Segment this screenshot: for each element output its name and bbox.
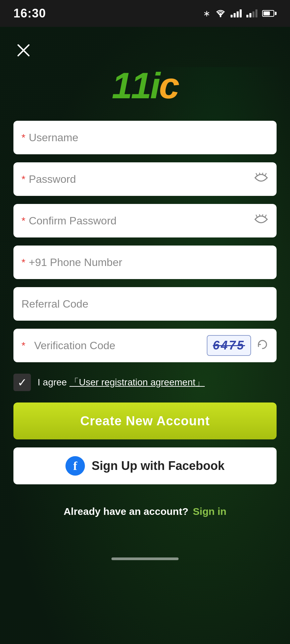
referral-field-wrapper <box>13 287 277 321</box>
phone-field-wrapper: * <box>13 246 277 279</box>
registration-form: * * * <box>13 121 277 531</box>
phone-input[interactable] <box>29 246 269 279</box>
home-bar <box>111 557 179 560</box>
agreement-prefix: I agree <box>38 377 69 387</box>
svg-line-3 <box>256 173 257 175</box>
already-account-text: Already have an account? <box>63 506 188 517</box>
confirm-password-eye-icon[interactable] <box>254 214 269 227</box>
username-field-wrapper: * <box>13 121 277 154</box>
status-icons: ∗ <box>203 8 277 19</box>
checkmark-icon: ✓ <box>17 377 27 388</box>
username-required-star: * <box>21 132 26 143</box>
battery-icon <box>262 10 277 17</box>
logo-text-11: 11 <box>112 67 150 104</box>
svg-line-6 <box>265 173 266 175</box>
confirm-password-required-star: * <box>21 215 26 226</box>
status-bar: 16:30 ∗ <box>0 0 290 27</box>
facebook-signup-button[interactable]: f Sign Up with Facebook <box>13 447 277 484</box>
home-indicator <box>0 551 290 567</box>
close-button[interactable] <box>13 40 34 60</box>
logo-letter-c: c <box>159 65 178 106</box>
logo-text-ic: ic <box>150 67 178 104</box>
verification-field-wrapper: * 6475 <box>13 329 277 362</box>
username-input[interactable] <box>29 121 269 154</box>
facebook-icon: f <box>65 456 85 476</box>
signal-bar-2 <box>246 9 257 17</box>
password-input[interactable] <box>29 162 250 196</box>
confirm-password-input[interactable] <box>29 204 250 237</box>
svg-line-9 <box>262 214 263 216</box>
signal-bar-1 <box>231 9 242 17</box>
svg-line-5 <box>262 173 263 174</box>
verification-required-star: * <box>21 340 26 351</box>
referral-input[interactable] <box>21 287 269 321</box>
logo-letter-i: i <box>150 65 159 106</box>
svg-line-8 <box>259 214 260 216</box>
agreement-link[interactable]: 「User registration agreement」 <box>69 377 205 387</box>
signin-link[interactable]: Sign in <box>193 506 227 517</box>
svg-line-4 <box>259 173 260 174</box>
phone-required-star: * <box>21 257 26 268</box>
logo-container: 11 ic <box>13 67 277 104</box>
main-content: 11 ic * * <box>0 27 290 551</box>
captcha-refresh-icon[interactable] <box>256 338 269 353</box>
facebook-button-label: Sign Up with Facebook <box>92 459 225 473</box>
signin-row: Already have an account? Sign in <box>13 506 277 531</box>
password-field-wrapper: * <box>13 162 277 196</box>
captcha-value: 6475 <box>213 338 245 353</box>
status-time: 16:30 <box>13 6 46 20</box>
verification-input[interactable] <box>34 329 201 362</box>
svg-point-0 <box>220 16 222 17</box>
password-required-star: * <box>21 173 26 185</box>
create-account-button[interactable]: Create New Account <box>13 402 277 439</box>
agreement-checkbox[interactable]: ✓ <box>13 374 31 391</box>
confirm-password-field-wrapper: * <box>13 204 277 237</box>
svg-line-10 <box>265 215 266 217</box>
svg-line-7 <box>256 215 257 217</box>
captcha-box: 6475 <box>207 335 251 356</box>
app-logo: 11 ic <box>112 67 178 104</box>
agreement-text-container: I agree 「User registration agreement」 <box>38 376 205 389</box>
agreement-row: ✓ I agree 「User registration agreement」 <box>13 370 277 394</box>
password-eye-icon[interactable] <box>254 173 269 185</box>
wifi-icon <box>215 9 226 18</box>
bluetooth-icon: ∗ <box>203 8 210 19</box>
